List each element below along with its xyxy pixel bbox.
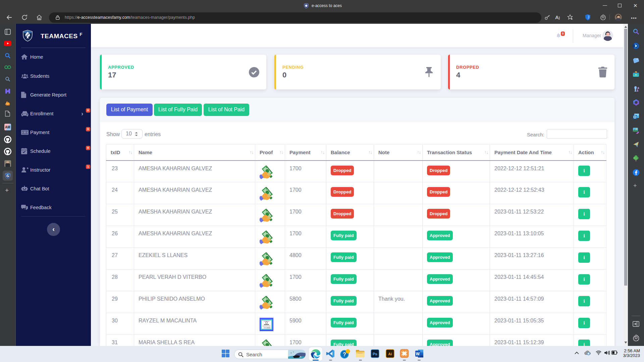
- svg-text:Ps: Ps: [373, 352, 377, 356]
- svg-text:Ai: Ai: [388, 352, 392, 356]
- svg-text:W: W: [416, 352, 420, 356]
- svg-text:?: ?: [343, 352, 346, 357]
- svg-text:PSO: PSO: [6, 104, 9, 106]
